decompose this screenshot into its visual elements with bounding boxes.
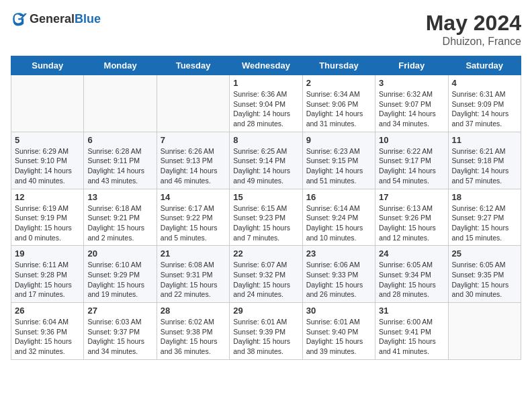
calendar-cell [11,75,84,132]
date-number: 19 [15,248,80,259]
day-info: Sunrise: 6:08 AMSunset: 9:31 PMDaylight:… [161,260,226,300]
day-info: Sunrise: 6:25 AMSunset: 9:14 PMDaylight:… [233,146,298,186]
calendar-cell: 17Sunrise: 6:13 AMSunset: 9:26 PMDayligh… [375,189,448,246]
calendar-cell: 11Sunrise: 6:21 AMSunset: 9:18 PMDayligh… [448,132,521,189]
calendar-cell: 5Sunrise: 6:29 AMSunset: 9:10 PMDaylight… [11,132,84,189]
date-number: 17 [379,192,444,202]
calendar-cell: 7Sunrise: 6:26 AMSunset: 9:13 PMDaylight… [157,132,229,189]
day-info: Sunrise: 6:00 AMSunset: 9:41 PMDaylight:… [379,317,444,357]
calendar-cell: 9Sunrise: 6:23 AMSunset: 9:15 PMDaylight… [302,132,375,189]
week-row-5: 26Sunrise: 6:04 AMSunset: 9:36 PMDayligh… [11,303,521,360]
calendar-cell: 8Sunrise: 6:25 AMSunset: 9:14 PMDaylight… [230,132,302,189]
logo-general: General [30,12,75,26]
day-info: Sunrise: 6:31 AMSunset: 9:09 PMDaylight:… [452,89,517,129]
date-number: 6 [87,135,152,145]
calendar-cell: 12Sunrise: 6:19 AMSunset: 9:19 PMDayligh… [11,189,84,246]
calendar-cell: 6Sunrise: 6:28 AMSunset: 9:11 PMDaylight… [84,132,157,189]
calendar-cell: 14Sunrise: 6:17 AMSunset: 9:22 PMDayligh… [157,189,229,246]
date-number: 7 [161,135,226,145]
date-number: 3 [379,78,444,88]
day-info: Sunrise: 6:36 AMSunset: 9:04 PMDaylight:… [233,89,298,129]
day-info: Sunrise: 6:02 AMSunset: 9:38 PMDaylight:… [161,317,226,357]
day-header-friday: Friday [375,56,448,75]
date-number: 23 [306,248,371,259]
date-number: 31 [379,306,444,316]
day-info: Sunrise: 6:12 AMSunset: 9:27 PMDaylight:… [452,203,517,243]
calendar-table: SundayMondayTuesdayWednesdayThursdayFrid… [11,56,521,360]
calendar-cell: 2Sunrise: 6:34 AMSunset: 9:06 PMDaylight… [302,75,375,132]
date-number: 20 [87,248,152,259]
day-info: Sunrise: 6:13 AMSunset: 9:26 PMDaylight:… [379,203,444,243]
week-row-3: 12Sunrise: 6:19 AMSunset: 9:19 PMDayligh… [11,189,521,246]
calendar-cell [157,75,229,132]
calendar-cell: 1Sunrise: 6:36 AMSunset: 9:04 PMDaylight… [230,75,302,132]
calendar-cell: 23Sunrise: 6:06 AMSunset: 9:33 PMDayligh… [302,246,375,303]
page-header: GeneralBlue May 2024 Dhuizon, France [11,11,521,48]
date-number: 11 [452,135,517,145]
day-info: Sunrise: 6:32 AMSunset: 9:07 PMDaylight:… [379,89,444,129]
calendar-cell: 10Sunrise: 6:22 AMSunset: 9:17 PMDayligh… [375,132,448,189]
day-info: Sunrise: 6:04 AMSunset: 9:36 PMDaylight:… [15,317,80,357]
day-header-monday: Monday [84,56,157,75]
day-info: Sunrise: 6:05 AMSunset: 9:34 PMDaylight:… [379,260,444,300]
calendar-cell: 22Sunrise: 6:07 AMSunset: 9:32 PMDayligh… [230,246,302,303]
calendar-cell: 20Sunrise: 6:10 AMSunset: 9:29 PMDayligh… [84,246,157,303]
day-info: Sunrise: 6:26 AMSunset: 9:13 PMDaylight:… [161,146,226,186]
day-info: Sunrise: 6:17 AMSunset: 9:22 PMDaylight:… [161,203,226,243]
date-number: 14 [161,192,226,202]
date-number: 1 [233,78,298,88]
day-info: Sunrise: 6:11 AMSunset: 9:28 PMDaylight:… [15,260,80,300]
date-number: 25 [452,248,517,259]
day-header-tuesday: Tuesday [157,56,229,75]
day-info: Sunrise: 6:07 AMSunset: 9:32 PMDaylight:… [233,260,298,300]
date-number: 15 [233,192,298,202]
date-number: 22 [233,248,298,259]
calendar-cell: 15Sunrise: 6:15 AMSunset: 9:23 PMDayligh… [230,189,302,246]
date-number: 21 [161,248,226,259]
day-header-wednesday: Wednesday [230,56,302,75]
calendar-cell: 27Sunrise: 6:03 AMSunset: 9:37 PMDayligh… [84,303,157,360]
date-number: 2 [306,78,371,88]
date-number: 9 [306,135,371,145]
calendar-cell: 4Sunrise: 6:31 AMSunset: 9:09 PMDaylight… [448,75,521,132]
calendar-cell: 31Sunrise: 6:00 AMSunset: 9:41 PMDayligh… [375,303,448,360]
day-info: Sunrise: 6:14 AMSunset: 9:24 PMDaylight:… [306,203,371,243]
calendar-cell: 26Sunrise: 6:04 AMSunset: 9:36 PMDayligh… [11,303,84,360]
day-info: Sunrise: 6:06 AMSunset: 9:33 PMDaylight:… [306,260,371,300]
day-header-thursday: Thursday [302,56,375,75]
calendar-cell [448,303,521,360]
date-number: 13 [87,192,152,202]
date-number: 10 [379,135,444,145]
day-info: Sunrise: 6:01 AMSunset: 9:39 PMDaylight:… [233,317,298,357]
logo-blue: Blue [75,12,101,26]
week-row-2: 5Sunrise: 6:29 AMSunset: 9:10 PMDaylight… [11,132,521,189]
week-row-1: 1Sunrise: 6:36 AMSunset: 9:04 PMDaylight… [11,75,521,132]
day-info: Sunrise: 6:29 AMSunset: 9:10 PMDaylight:… [15,146,80,186]
calendar-cell [84,75,157,132]
date-number: 12 [15,192,80,202]
calendar-cell: 30Sunrise: 6:01 AMSunset: 9:40 PMDayligh… [302,303,375,360]
calendar-cell: 29Sunrise: 6:01 AMSunset: 9:39 PMDayligh… [230,303,302,360]
day-info: Sunrise: 6:03 AMSunset: 9:37 PMDaylight:… [87,317,152,357]
day-info: Sunrise: 6:18 AMSunset: 9:21 PMDaylight:… [87,203,152,243]
day-info: Sunrise: 6:23 AMSunset: 9:15 PMDaylight:… [306,146,371,186]
day-info: Sunrise: 6:21 AMSunset: 9:18 PMDaylight:… [452,146,517,186]
calendar-subtitle: Dhuizon, France [426,36,521,48]
date-number: 26 [15,306,80,316]
date-number: 5 [15,135,80,145]
day-info: Sunrise: 6:15 AMSunset: 9:23 PMDaylight:… [233,203,298,243]
week-row-4: 19Sunrise: 6:11 AMSunset: 9:28 PMDayligh… [11,246,521,303]
date-number: 8 [233,135,298,145]
calendar-cell: 28Sunrise: 6:02 AMSunset: 9:38 PMDayligh… [157,303,229,360]
calendar-title: May 2024 [426,11,521,36]
date-number: 29 [233,306,298,316]
date-number: 27 [87,306,152,316]
date-number: 30 [306,306,371,316]
day-info: Sunrise: 6:05 AMSunset: 9:35 PMDaylight:… [452,260,517,300]
date-number: 16 [306,192,371,202]
logo-text: GeneralBlue [30,12,101,26]
logo: GeneralBlue [11,11,101,27]
date-number: 28 [161,306,226,316]
day-header-sunday: Sunday [11,56,84,75]
day-header-saturday: Saturday [448,56,521,75]
